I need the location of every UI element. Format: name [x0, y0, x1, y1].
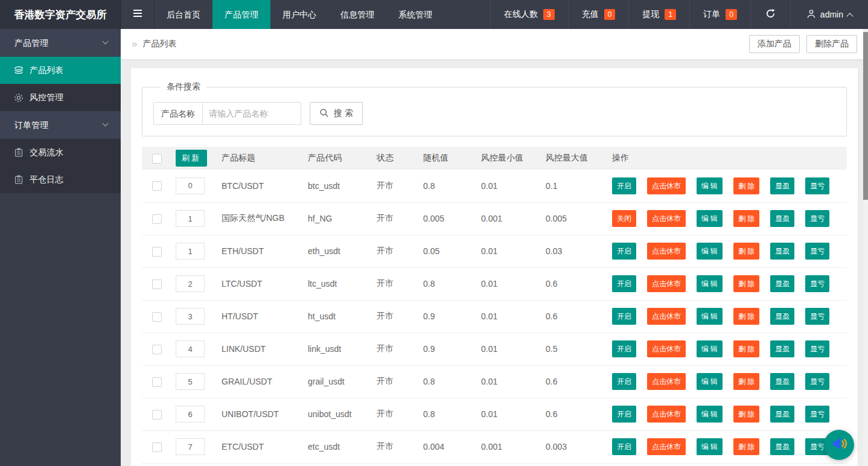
show-loss-button[interactable]: 显亏 [805, 210, 829, 227]
top-nav-item[interactable]: 信息管理 [328, 0, 386, 29]
delete-button[interactable]: 删 除 [733, 438, 759, 455]
customer-service-float-button[interactable] [824, 430, 854, 460]
select-all-checkbox[interactable] [152, 154, 162, 164]
show-profit-button[interactable]: 显盈 [770, 438, 794, 455]
status-counter[interactable]: 充值 0 [568, 0, 629, 29]
toggle-market-button[interactable]: 关闭 [612, 210, 636, 227]
show-profit-button[interactable]: 显盈 [770, 340, 794, 357]
search-button[interactable]: 搜 索 [310, 102, 363, 125]
edit-button[interactable]: 编 辑 [697, 177, 723, 194]
toggle-market-button[interactable]: 开启 [612, 275, 636, 292]
edit-button[interactable]: 编 辑 [697, 438, 723, 455]
edit-button[interactable]: 编 辑 [697, 373, 723, 390]
sidebar-item[interactable]: 产品列表 [0, 57, 121, 84]
row-checkbox[interactable] [152, 442, 162, 452]
pause-market-button[interactable]: 点击休市 [647, 373, 686, 390]
top-nav-item[interactable]: 系统管理 [386, 0, 444, 29]
toggle-market-button[interactable]: 开启 [612, 177, 636, 194]
top-nav-item[interactable]: 产品管理 [212, 0, 270, 29]
pause-market-button[interactable]: 点击休市 [647, 177, 686, 194]
pause-market-button[interactable]: 点击休市 [647, 308, 686, 325]
show-loss-button[interactable]: 显亏 [805, 373, 829, 390]
toggle-market-button[interactable]: 开启 [612, 308, 636, 325]
delete-button[interactable]: 删 除 [733, 243, 759, 260]
show-loss-button[interactable]: 显亏 [805, 340, 829, 357]
show-profit-button[interactable]: 显盈 [770, 177, 794, 194]
show-loss-button[interactable]: 显亏 [805, 177, 829, 194]
show-profit-button[interactable]: 显盈 [770, 308, 794, 325]
row-checkbox[interactable] [152, 247, 162, 257]
delete-button[interactable]: 删 除 [733, 177, 759, 194]
show-loss-button[interactable]: 显亏 [805, 275, 829, 292]
sidebar-section-title[interactable]: 产品管理 [0, 29, 121, 57]
sidebar-section-title[interactable]: 订单管理 [0, 111, 121, 139]
toggle-market-button[interactable]: 开启 [612, 438, 636, 455]
status-counter[interactable]: 在线人数 3 [490, 0, 568, 29]
delete-button[interactable]: 删 除 [733, 275, 759, 292]
delete-button[interactable]: 删 除 [733, 373, 759, 390]
toggle-market-button[interactable]: 开启 [612, 340, 636, 357]
show-profit-button[interactable]: 显盈 [770, 406, 794, 423]
toggle-market-button[interactable]: 开启 [612, 373, 636, 390]
row-checkbox[interactable] [152, 345, 162, 354]
edit-button[interactable]: 编 辑 [697, 340, 723, 357]
show-loss-button[interactable]: 显亏 [805, 308, 829, 325]
sidebar-item[interactable]: 平仓日志 [0, 166, 121, 193]
pause-market-button[interactable]: 点击休市 [647, 340, 686, 357]
top-nav-item[interactable]: 用户中心 [270, 0, 328, 29]
row-checkbox[interactable] [152, 377, 162, 387]
pause-market-button[interactable]: 点击休市 [647, 243, 686, 260]
row-checkbox[interactable] [152, 214, 162, 224]
edit-button[interactable]: 编 辑 [697, 275, 723, 292]
edit-button[interactable]: 编 辑 [697, 308, 723, 325]
row-checkbox[interactable] [152, 410, 162, 420]
delete-button[interactable]: 删 除 [733, 406, 759, 423]
sort-input[interactable] [176, 243, 205, 260]
scrollbar-thumb[interactable] [863, 32, 868, 200]
sort-input[interactable] [176, 438, 205, 455]
top-nav-item[interactable]: 后台首页 [155, 0, 212, 29]
show-profit-button[interactable]: 显盈 [770, 275, 794, 292]
sort-input[interactable] [176, 177, 205, 194]
toggle-market-button[interactable]: 开启 [612, 243, 636, 260]
sort-input[interactable] [176, 340, 205, 357]
user-menu[interactable]: admin [790, 0, 868, 29]
sidebar-item[interactable]: 交易流水 [0, 139, 121, 166]
edit-button[interactable]: 编 辑 [697, 406, 723, 423]
show-profit-button[interactable]: 显盈 [770, 243, 794, 260]
pause-market-button[interactable]: 点击休市 [647, 438, 686, 455]
edit-button[interactable]: 编 辑 [697, 210, 723, 227]
row-checkbox[interactable] [152, 279, 162, 289]
refresh-page-button[interactable] [750, 0, 790, 29]
delete-button[interactable]: 删 除 [733, 308, 759, 325]
sort-input[interactable] [176, 210, 205, 227]
sort-input[interactable] [176, 275, 205, 292]
pause-market-button[interactable]: 点击休市 [647, 275, 686, 292]
page-scrollbar[interactable] [863, 29, 868, 466]
product-name-input[interactable] [202, 102, 301, 125]
delete-product-button[interactable]: 删除产品 [806, 35, 857, 53]
product-title-cell: BTC/USDT [217, 170, 303, 202]
sidebar-item[interactable]: 风控管理 [0, 84, 121, 111]
show-profit-button[interactable]: 显盈 [770, 210, 794, 227]
row-checkbox[interactable] [152, 181, 162, 191]
delete-button[interactable]: 删 除 [733, 210, 759, 227]
pause-market-button[interactable]: 点击休市 [647, 406, 686, 423]
show-loss-button[interactable]: 显亏 [805, 406, 829, 423]
sort-input[interactable] [176, 373, 205, 390]
show-loss-button[interactable]: 显亏 [805, 243, 829, 260]
product-code-cell: link_usdt [303, 333, 372, 365]
status-counter[interactable]: 订单 0 [689, 0, 750, 29]
sort-input[interactable] [176, 308, 205, 325]
show-profit-button[interactable]: 显盈 [770, 373, 794, 390]
refresh-table-button[interactable]: 刷新 [176, 150, 207, 167]
pause-market-button[interactable]: 点击休市 [647, 210, 686, 227]
add-product-button[interactable]: 添加产品 [749, 35, 800, 53]
edit-button[interactable]: 编 辑 [697, 243, 723, 260]
sort-input[interactable] [176, 406, 205, 423]
sidebar-collapse-button[interactable] [121, 0, 155, 29]
delete-button[interactable]: 删 除 [733, 340, 759, 357]
row-checkbox[interactable] [152, 312, 162, 322]
toggle-market-button[interactable]: 开启 [612, 406, 636, 423]
status-counter[interactable]: 提现 1 [628, 0, 689, 29]
